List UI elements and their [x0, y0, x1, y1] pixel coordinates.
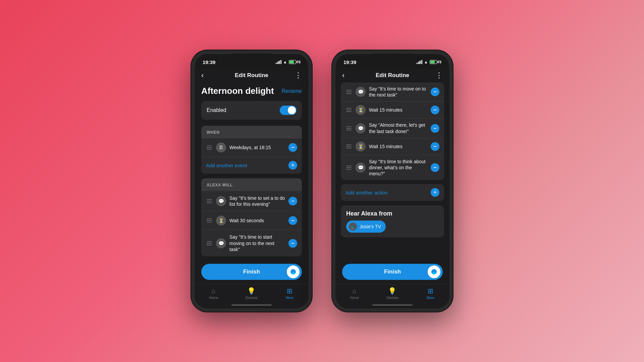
when-section: WHEN 🗓 Weekdays, at 18:15 − Add another … [201, 126, 302, 174]
phone-left: 19:39 ▲ 78 ‹ Edit Routine ⋮ [191, 50, 312, 312]
more-icon-left: ⊞ [287, 287, 292, 295]
finish-button-right[interactable]: Finish [342, 264, 443, 280]
remove-r0[interactable]: − [431, 87, 439, 96]
devices-icon-right: 💡 [388, 287, 396, 295]
devices-label-right: Devices [386, 296, 398, 300]
remove-r2[interactable]: − [431, 124, 439, 133]
speech-icon-r0: 💬 [356, 87, 366, 97]
phone-content-left: ‹ Edit Routine ⋮ Afternoon delight Renam… [195, 68, 309, 308]
alexa-will-header: ALEXA WILL [201, 178, 302, 191]
action-row-r0: 💬 Say "It's time to move on to the next … [341, 82, 444, 102]
remove-r3[interactable]: − [431, 142, 439, 151]
add-action-card: Add another action + [341, 184, 444, 201]
nav-more-right[interactable]: ⊞ More [419, 287, 442, 300]
add-action-row[interactable]: Add another action + [341, 184, 444, 201]
nav-devices-right[interactable]: 💡 Devices [381, 287, 404, 300]
remove-r1[interactable]: − [431, 106, 439, 114]
wait-icon-1: ⏳ [216, 216, 226, 226]
notch-left [231, 54, 272, 63]
speech-icon-r2: 💬 [356, 123, 366, 133]
when-header: WHEN [201, 126, 302, 138]
drag-handle-2 [206, 241, 213, 246]
trigger-text: Weekdays, at 18:15 [229, 144, 285, 150]
back-button-left[interactable]: ‹ [201, 71, 211, 80]
remove-action-0[interactable]: − [288, 197, 297, 205]
action-text-2: Say "It's time to start moving on to the… [229, 234, 285, 252]
more-menu-left[interactable]: ⋮ [292, 71, 302, 80]
remove-action-1[interactable]: − [288, 216, 297, 225]
trigger-row: 🗓 Weekdays, at 18:15 − [201, 138, 302, 157]
bottom-nav-right: ⌂ Home 💡 Devices ⊞ More [335, 284, 449, 302]
home-label-right: Home [350, 296, 359, 300]
status-time-left: 19:39 [203, 59, 215, 65]
status-time-right: 19:39 [343, 59, 356, 65]
nav-devices-left[interactable]: 💡 Devices [240, 287, 263, 300]
home-indicator-left [195, 302, 309, 308]
signal-icon-right [417, 60, 422, 64]
action-row-0: 💬 Say "It's time to set a to do list for… [201, 191, 302, 212]
action-row-r4: 💬 Say "It's time to think about dinner, … [341, 155, 444, 180]
drag-r4 [345, 165, 352, 170]
devices-label-left: Devices [246, 296, 258, 300]
wifi-icon-right: ▲ [424, 60, 428, 64]
nav-title-left: Edit Routine [235, 72, 268, 79]
alexa-logo-left [286, 264, 301, 279]
top-nav-left: ‹ Edit Routine ⋮ [195, 68, 309, 82]
remove-action-2[interactable]: − [288, 239, 297, 248]
action-text-r3: Wait 15 minutes [369, 143, 427, 149]
wait-icon-r1: ⏳ [356, 105, 366, 115]
drag-handle [206, 145, 213, 150]
top-nav-right: ‹ Edit Routine ⋮ [335, 68, 449, 82]
remove-r4[interactable]: − [431, 163, 439, 172]
home-icon-right: ⌂ [353, 287, 357, 295]
scroll-area-left: Afternoon delight Rename Enabled WHEN [195, 82, 309, 261]
remove-trigger-button[interactable]: − [288, 143, 297, 152]
when-header-text: WHEN [207, 130, 220, 135]
add-event-row[interactable]: Add another event + [201, 157, 302, 174]
nav-title-right: Edit Routine [376, 72, 409, 79]
action-row-2: 💬 Say "It's time to start moving on to t… [201, 230, 302, 256]
speech-icon-0: 💬 [216, 196, 226, 206]
speech-icon-r4: 💬 [356, 163, 366, 173]
drag-handle-1 [206, 218, 213, 223]
add-event-button[interactable]: + [288, 161, 297, 170]
nav-home-right[interactable]: ⌂ Home [343, 287, 366, 300]
add-event-label: Add another event [206, 163, 285, 168]
action-text-r0: Say "It's time to move on to the next ta… [369, 86, 427, 98]
finish-button-left[interactable]: Finish [201, 264, 302, 280]
routine-title: Afternoon delight [201, 86, 274, 96]
toggle-label: Enabled [207, 107, 226, 113]
bottom-nav-left: ⌂ Home 💡 Devices ⊞ More [195, 284, 309, 302]
enabled-toggle[interactable] [280, 106, 297, 115]
back-button-right[interactable]: ‹ [342, 71, 352, 80]
hear-from-title: Hear Alexa from [346, 210, 439, 217]
action-row-r1: ⏳ Wait 15 minutes − [341, 102, 444, 119]
battery-left: 78 [289, 60, 301, 64]
device-chip[interactable]: 📺 Josie's TV [346, 221, 386, 233]
action-text-r2: Say "Almost there, let's get the last ta… [369, 122, 427, 134]
wait-icon-r3: ⏳ [356, 141, 366, 152]
status-icons-right: ▲ 78 [417, 60, 441, 64]
phone-right: 19:39 ▲ 78 ‹ Edit Routine ⋮ [332, 50, 453, 312]
finish-wrapper-right: Finish [335, 261, 449, 284]
action-row-r3: ⏳ Wait 15 minutes − [341, 138, 444, 155]
action-text-1: Wait 30 seconds [229, 218, 285, 224]
actions-card-right: 💬 Say "It's time to move on to the next … [341, 82, 444, 180]
battery-right: 78 [430, 60, 441, 64]
more-icon-right: ⊞ [428, 287, 433, 295]
wifi-icon-left: ▲ [283, 60, 287, 64]
more-menu-right[interactable]: ⋮ [433, 71, 443, 80]
rename-button[interactable]: Rename [282, 88, 302, 94]
finish-wrapper-left: Finish [195, 261, 309, 284]
devices-icon-left: 💡 [247, 287, 256, 295]
nav-more-left[interactable]: ⊞ More [278, 287, 301, 300]
home-icon-left: ⌂ [212, 287, 216, 295]
drag-r0 [345, 89, 352, 95]
nav-home-left[interactable]: ⌂ Home [202, 287, 225, 300]
drag-r1 [345, 107, 352, 113]
add-action-button[interactable]: + [431, 188, 439, 197]
drag-handle-0 [206, 198, 213, 204]
schedule-icon: 🗓 [216, 142, 226, 153]
routine-title-row: Afternoon delight Rename [201, 86, 302, 96]
alexa-will-header-text: ALEXA WILL [207, 183, 233, 187]
